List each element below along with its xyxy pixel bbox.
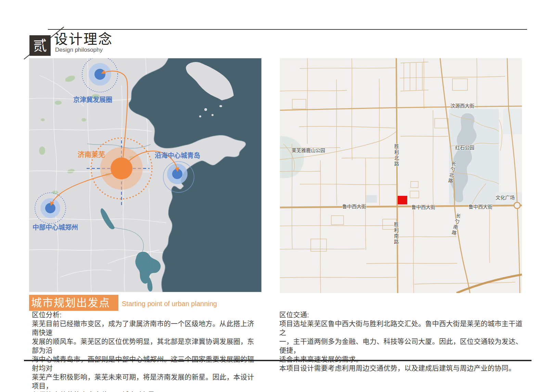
site-map-graphic (280, 58, 522, 293)
label-jingjinji-circle: 京津冀发展圈 (64, 94, 122, 104)
section-banner: 城市规划出发点 (29, 295, 118, 311)
label-jinan-laiwu: 济南莱芜 (78, 149, 105, 159)
page-title: 设计理念 (54, 28, 113, 48)
label-luzhong-west-street-3: 鲁中西大街 (469, 203, 492, 210)
location-analysis-block: 区位分析: 莱芜目前已经撤市变区，成为了隶属济南市的一个区级地方。从此搭上济南快… (32, 311, 260, 392)
location-analysis-heading: 区位分析: (32, 311, 260, 319)
section-banner-subtitle: Starting point of urban planning (122, 300, 217, 308)
page-subtitle: Design philosophy (55, 47, 103, 53)
label-luzhong-west-street-2: 鲁中西大街 (411, 203, 435, 210)
label-zhengzhou: 中部中心城郑州 (33, 222, 78, 231)
location-analysis-body: 莱芜目前已经撤市变区，成为了隶属济南市的一个区级地方。从此搭上济南快速 发展的顺… (32, 319, 260, 392)
bottom-divider (24, 360, 531, 361)
label-luzhong-west-street-1: 鲁中西大街 (342, 203, 366, 210)
location-traffic-heading: 区位交通: (279, 311, 523, 319)
label-qingdao: 沿海中心城青岛 (155, 150, 200, 160)
region-map-graphic (29, 58, 261, 292)
label-shengli-north-road: 胜利北路 (393, 144, 400, 167)
header-rule (48, 29, 527, 30)
location-traffic-body: 项目选址莱芜区鲁中西大街与胜利北路交汇处。鲁中西大街是莱芜的城市主干道之 一，主… (279, 319, 523, 373)
label-shengli-south-road: 胜利南路 (393, 222, 399, 245)
label-hongshi-park: 红石公园 (455, 144, 474, 151)
location-traffic-block: 区位交通: 项目选址莱芜区鲁中西大街与胜利北路交汇处。鲁中西大街是莱芜的城市主干… (279, 311, 523, 373)
label-culture-square: 文化广场 (496, 194, 515, 201)
label-wenyuan-west-street: 汶源西大街 (450, 102, 474, 109)
region-map: 京津冀发展圈 济南莱芜 沿海中心城青岛 中部中心城郑州 (29, 58, 261, 292)
label-yalushan-park: 莱芜雅鹿山公园 (292, 147, 325, 153)
section-banner-title: 城市规划出发点 (29, 295, 118, 311)
site-map: 汶源西大街 莱芜雅鹿山公园 胜利北路 红石公园 长勺北路 文化广场 鲁中西大街 … (280, 58, 522, 293)
site-marker (398, 196, 407, 204)
